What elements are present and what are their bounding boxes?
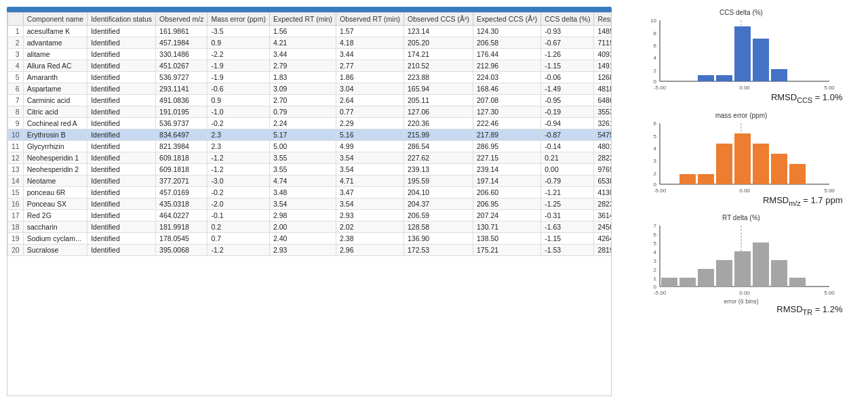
- svg-text:8: 8: [653, 30, 656, 37]
- row-name: Sodium cyclam...: [23, 233, 87, 245]
- row-expected-ccs: 197.14: [473, 175, 541, 187]
- table-row[interactable]: 7Carminic acidIdentified491.08360.92.702…: [8, 95, 612, 106]
- svg-text:0.00: 0.00: [739, 290, 750, 296]
- row-ccs-delta: -1.21: [541, 187, 594, 198]
- table-row[interactable]: 20SucraloseIdentified395.0068-1.22.932.9…: [8, 245, 612, 256]
- col-expected-rt[interactable]: Expected RT (min): [269, 13, 336, 26]
- row-ccs-delta: -0.94: [541, 118, 594, 129]
- row-name: Aspartame: [23, 83, 87, 95]
- table-row[interactable]: 14NeotameIdentified377.2071-3.04.744.711…: [8, 175, 612, 187]
- row-ccs-delta: 0.00: [541, 164, 594, 175]
- row-name: Allura Red AC: [23, 60, 87, 72]
- row-ccs-delta: -0.06: [541, 72, 594, 83]
- col-observed-rt[interactable]: Observed RT (min): [336, 13, 404, 26]
- row-num: 8: [8, 106, 24, 118]
- row-expected-rt: 4.21: [269, 37, 336, 49]
- table-row[interactable]: 6AspartameIdentified293.1141-0.63.093.04…: [8, 83, 612, 95]
- row-name: saccharin: [23, 221, 87, 233]
- svg-rect-17: [753, 39, 769, 81]
- row-num: 2: [8, 37, 24, 49]
- row-status: Identified: [87, 233, 156, 245]
- row-mass-error: -0.2: [208, 118, 270, 129]
- row-observed-ccs: 172.53: [403, 245, 473, 256]
- table-row[interactable]: 8Citric acidIdentified191.0195-1.00.790.…: [8, 106, 612, 118]
- row-observed-ccs: 195.59: [403, 175, 473, 187]
- row-mass-error: -2.0: [208, 198, 270, 210]
- svg-rect-62: [753, 242, 769, 287]
- row-response: 48018: [594, 141, 612, 152]
- table-row[interactable]: 2advantameIdentified457.19840.94.214.182…: [8, 37, 612, 49]
- row-response: 9769: [594, 164, 612, 175]
- row-response: 28236: [594, 152, 612, 164]
- col-expected-ccs[interactable]: Expected CCS (Å²): [473, 13, 541, 26]
- table-row[interactable]: 13Neohesperidin 2Identified609.1818-1.23…: [8, 164, 612, 175]
- table-row[interactable]: 5AmaranthIdentified536.9727-1.91.831.862…: [8, 72, 612, 83]
- row-expected-rt: 4.74: [269, 175, 336, 187]
- col-mass-error[interactable]: Mass error (ppm): [208, 13, 270, 26]
- svg-text:0.00: 0.00: [739, 188, 750, 194]
- row-mass-error: -0.2: [208, 187, 270, 198]
- svg-text:6: 6: [653, 232, 656, 238]
- table-row[interactable]: 12Neohesperidin 1Identified609.1818-1.23…: [8, 152, 612, 164]
- row-mz: 457.1984: [156, 37, 208, 49]
- row-mz: 457.0169: [156, 187, 208, 198]
- row-status: Identified: [87, 187, 156, 198]
- row-num: 7: [8, 95, 24, 106]
- col-observed-ccs[interactable]: Observed CCS (Å²): [403, 13, 473, 26]
- table-row[interactable]: 16Ponceau SXIdentified435.0318-2.03.543.…: [8, 198, 612, 210]
- row-expected-ccs: 175.21: [473, 245, 541, 256]
- row-ccs-delta: -0.79: [541, 175, 594, 187]
- col-mz[interactable]: Observed m/z: [156, 13, 208, 26]
- table-row[interactable]: 1acesulfame KIdentified161.9861-3.51.561…: [8, 26, 612, 37]
- row-expected-ccs: 286.95: [473, 141, 541, 152]
- row-status: Identified: [87, 95, 156, 106]
- row-mass-error: -1.9: [208, 60, 270, 72]
- row-observed-ccs: 286.54: [403, 141, 473, 152]
- mass-error-svg: mass error (ppm) 6 5 4 3 2 0 -5.00 0.00 …: [639, 110, 843, 198]
- row-observed-rt: 3.44: [336, 49, 404, 60]
- table-row[interactable]: 17Red 2GIdentified464.0227-0.12.982.9320…: [8, 210, 612, 221]
- col-ccs-delta[interactable]: CCS delta (%): [541, 13, 594, 26]
- table-row[interactable]: 9Cochineal red AIdentified536.9737-0.22.…: [8, 118, 612, 129]
- row-expected-ccs: 206.60: [473, 187, 541, 198]
- col-status[interactable]: Identification status: [87, 13, 156, 26]
- row-response: 71195: [594, 37, 612, 49]
- row-observed-rt: 2.96: [336, 245, 404, 256]
- table-row[interactable]: 19Sodium cyclam...Identified178.05450.72…: [8, 233, 612, 245]
- svg-text:5: 5: [653, 240, 656, 247]
- row-observed-ccs: 210.52: [403, 60, 473, 72]
- row-ccs-delta: -1.15: [541, 60, 594, 72]
- svg-text:0: 0: [653, 79, 656, 85]
- row-response: 28195: [594, 245, 612, 256]
- row-mz: 821.3984: [156, 141, 208, 152]
- rt-delta-svg: RT delta (%) 7 6 5 4 3 2 1 0 -5.00 0.00 …: [639, 212, 843, 307]
- table-row[interactable]: 3alitameIdentified330.1486-2.23.443.4417…: [8, 49, 612, 60]
- col-name[interactable]: Component name: [23, 13, 87, 26]
- row-status: Identified: [87, 83, 156, 95]
- svg-text:10: 10: [650, 18, 656, 24]
- svg-rect-59: [698, 269, 714, 287]
- svg-rect-40: [789, 164, 806, 184]
- row-expected-rt: 2.24: [269, 118, 336, 129]
- row-observed-rt: 3.04: [336, 83, 404, 95]
- table-row[interactable]: 10Erythrosin BIdentified834.64972.35.175…: [8, 129, 612, 141]
- col-response[interactable]: Response: [594, 13, 612, 26]
- row-status: Identified: [87, 164, 156, 175]
- table-row[interactable]: 4Allura Red ACIdentified451.0267-1.92.79…: [8, 60, 612, 72]
- table-header-row: Component name Identification status Obs…: [8, 13, 612, 26]
- row-expected-rt: 2.98: [269, 210, 336, 221]
- row-observed-ccs: 227.62: [403, 152, 473, 164]
- table-header-bar[interactable]: [7, 7, 612, 12]
- row-observed-ccs: 220.36: [403, 118, 473, 129]
- table-row[interactable]: 15ponceau 6RIdentified457.0169-0.23.483.…: [8, 187, 612, 198]
- table-row[interactable]: 18saccharinIdentified181.99180.22.002.02…: [8, 221, 612, 233]
- table-row[interactable]: 11GlycyrrhizinIdentified821.39842.35.004…: [8, 141, 612, 152]
- row-expected-ccs: 138.50: [473, 233, 541, 245]
- svg-text:5: 5: [653, 133, 656, 140]
- svg-text:2: 2: [653, 267, 656, 273]
- row-expected-ccs: 207.08: [473, 95, 541, 106]
- row-name: Neohesperidin 1: [23, 152, 87, 164]
- row-num: 18: [8, 221, 24, 233]
- row-expected-rt: 2.40: [269, 233, 336, 245]
- svg-rect-57: [661, 278, 677, 287]
